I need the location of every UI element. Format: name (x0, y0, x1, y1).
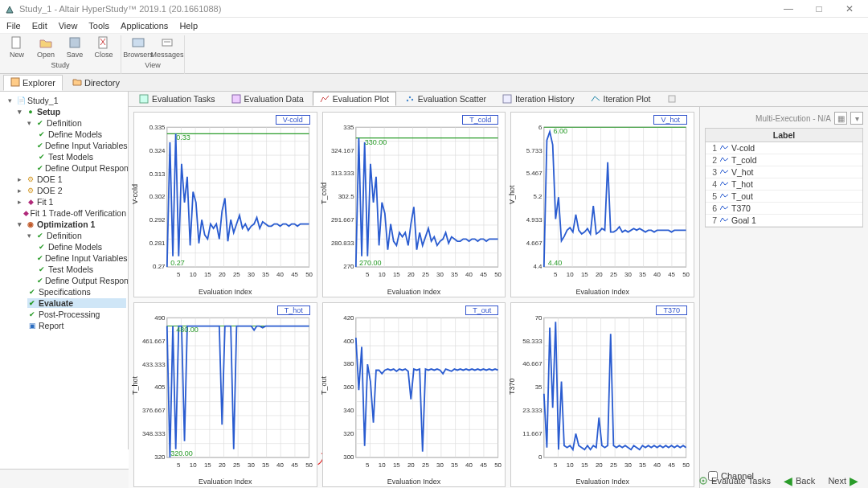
plot-t-hot[interactable]: 5101520253035404550320348.333376.6674054… (133, 302, 317, 488)
tab-explorer[interactable]: Explorer (3, 75, 63, 91)
svg-text:0: 0 (538, 453, 542, 461)
tree-setup[interactable]: ▾●Setup (18, 107, 126, 117)
tab-iter-plot[interactable]: Iteration Plot (583, 92, 658, 106)
svg-rect-10 (232, 95, 240, 103)
svg-text:405: 405 (154, 383, 166, 391)
svg-text:5: 5 (366, 270, 370, 277)
label-row[interactable]: 5T_out (706, 191, 862, 203)
svg-text:10: 10 (379, 461, 386, 468)
save-button[interactable]: Save (61, 35, 88, 61)
minimize-button[interactable]: — (775, 1, 802, 17)
tree-define-output-1[interactable]: ✔Define Output Responses (37, 163, 126, 173)
tree-define-input-1[interactable]: ✔Define Input Variables (37, 141, 126, 150)
tree-define-output-2[interactable]: ✔Define Output Responses (37, 276, 126, 285)
menu-edit[interactable]: Edit (32, 21, 47, 31)
svg-text:320: 320 (154, 453, 166, 461)
tab-eval-data[interactable]: Evaluation Data (224, 92, 311, 106)
grid-icon[interactable]: ▦ (834, 112, 847, 125)
plot-ylabel: T370 (508, 378, 516, 395)
svg-rect-2 (99, 37, 107, 48)
label-row[interactable]: 1V-cold (706, 142, 862, 154)
menu-view[interactable]: View (59, 21, 78, 31)
svg-text:10: 10 (567, 461, 574, 468)
label-row[interactable]: 7Goal 1 (706, 215, 862, 227)
label-row[interactable]: 2T_cold (706, 154, 862, 166)
svg-text:270: 270 (343, 263, 354, 270)
maximize-button[interactable]: □ (805, 1, 833, 17)
svg-text:30: 30 (436, 270, 444, 277)
tree-define-input-2[interactable]: ✔Define Input Variables (37, 253, 126, 263)
messages-button[interactable]: Messages (154, 35, 181, 61)
dropdown-icon[interactable]: ▾ (850, 112, 863, 125)
menu-help[interactable]: Help (179, 21, 198, 31)
tree-test-models-1[interactable]: ✔Test Models (37, 152, 126, 162)
label-row[interactable]: 6T370 (706, 203, 862, 215)
plot-t-out[interactable]: 5101520253035404550300320340360380400420… (322, 302, 506, 488)
svg-text:50: 50 (494, 461, 502, 468)
svg-text:420: 420 (343, 314, 354, 321)
close-window-button[interactable]: ✕ (836, 1, 863, 17)
main-toolbar: New Open Save Close Study Browsers Messa… (0, 34, 868, 74)
open-button[interactable]: Open (32, 35, 59, 61)
svg-text:20: 20 (407, 270, 415, 277)
tree-define-models-1[interactable]: ✔Define Models (37, 129, 126, 139)
tab-eval-tasks[interactable]: Evaluation Tasks (132, 92, 223, 106)
folder-icon (72, 77, 82, 88)
new-button[interactable]: New (3, 35, 31, 61)
tree-fit-tradeoff[interactable]: ◆Fit 1 Trade-off Verification (18, 208, 126, 218)
svg-rect-5 (133, 39, 144, 47)
svg-text:302.5: 302.5 (338, 193, 354, 200)
tree-evaluate[interactable]: ✔Evaluate (27, 298, 126, 308)
tab-eval-plot[interactable]: Evaluation Plot (313, 92, 396, 106)
plot-ylabel: T_cold (320, 182, 328, 204)
tree-doe2[interactable]: ▸⚙DOE 2 (18, 186, 126, 195)
tree-definition-2[interactable]: ▾✔Definition (27, 231, 126, 240)
close-button[interactable]: Close (90, 35, 117, 61)
svg-text:23.333: 23.333 (523, 407, 543, 414)
goal-marker: 330.00 (365, 138, 387, 146)
tab-iter-history[interactable]: Iteration History (495, 92, 582, 106)
back-button[interactable]: ◀Back (784, 474, 815, 487)
tree-doe1[interactable]: ▸⚙DOE 1 (18, 174, 126, 184)
svg-text:15: 15 (393, 270, 400, 277)
menu-file[interactable]: File (6, 21, 21, 31)
tree-test-models-2[interactable]: ✔Test Models (37, 265, 126, 274)
plot-v-cold[interactable]: 51015202530354045500.270.2810.2920.3020.… (133, 112, 317, 297)
tab-extra-icon[interactable] (660, 92, 684, 106)
goal-marker: 0.33 (176, 133, 190, 141)
series-swatch-icon (720, 192, 728, 200)
tab-eval-scatter[interactable]: Evaluation Scatter (398, 92, 493, 106)
menubar: File Edit View Tools Applications Help (0, 18, 868, 34)
label-row[interactable]: 4T_hot (706, 178, 862, 191)
tree-definition-1[interactable]: ▾✔Definition (27, 118, 126, 128)
plot-legend: T370 (656, 306, 687, 315)
tab-directory[interactable]: Directory (66, 76, 126, 90)
titlebar: Study_1 - Altair HyperStudy™ 2019.1 (20.… (0, 0, 868, 18)
explorer-icon (10, 77, 20, 88)
svg-rect-15 (669, 96, 675, 102)
plot-xlabel: Evaluation Index (387, 478, 441, 486)
svg-text:400: 400 (343, 337, 354, 344)
svg-text:30: 30 (624, 270, 632, 277)
svg-text:50: 50 (683, 270, 690, 277)
tree-postprocessing[interactable]: ✔Post-Processing (27, 310, 126, 319)
tree-optimization1[interactable]: ▾◉Optimization 1 (18, 219, 126, 229)
next-button[interactable]: Next▶ (828, 474, 858, 487)
label-row[interactable]: 3V_hot (706, 166, 862, 178)
plot-t-cold[interactable]: 5101520253035404550270280.833291.667302.… (322, 112, 506, 297)
tree-specifications[interactable]: ✔Specifications (27, 287, 126, 297)
gear-icon (698, 476, 708, 486)
menu-tools[interactable]: Tools (88, 21, 109, 31)
svg-text:4.667: 4.667 (526, 240, 542, 247)
tree-report[interactable]: ▣Report (27, 321, 126, 330)
tree-fit1[interactable]: ▸◆Fit 1 (18, 197, 126, 207)
tree-study-root[interactable]: ▾📄Study_1 (8, 96, 126, 105)
browsers-button[interactable]: Browsers (125, 35, 152, 61)
plot-v-hot[interactable]: 51015202530354045504.44.6674.9335.25.467… (510, 112, 694, 297)
plot-t370[interactable]: 5101520253035404550011.66723.3333546.667… (510, 302, 694, 488)
evaluate-tasks-button[interactable]: Evaluate Tasks (698, 476, 771, 486)
right-panel: Multi-Execution - N/A ▦ ▾ Label 1V-cold2… (699, 107, 868, 488)
explorer-tree[interactable]: ▾📄Study_1 ▾●Setup ▾✔Definition ✔Define M… (0, 92, 129, 449)
tree-define-models-2[interactable]: ✔Define Models (37, 242, 126, 252)
menu-applications[interactable]: Applications (121, 21, 168, 31)
